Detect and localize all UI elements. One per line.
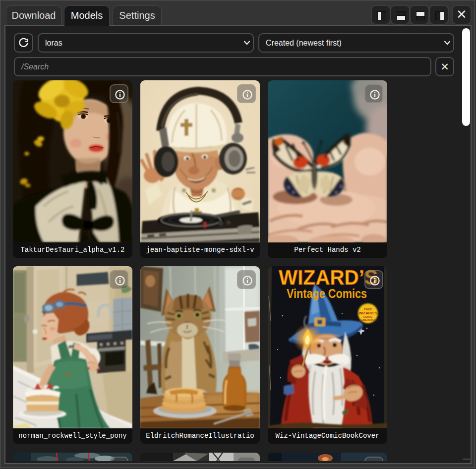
svg-text:WIZARD’S: WIZARD’S — [279, 266, 378, 289]
svg-text:GENERATOR: GENERATOR — [359, 318, 377, 321]
svg-text:Vintage Comics: Vintage Comics — [287, 287, 367, 300]
svg-text:WIZARD’S: WIZARD’S — [358, 311, 377, 315]
